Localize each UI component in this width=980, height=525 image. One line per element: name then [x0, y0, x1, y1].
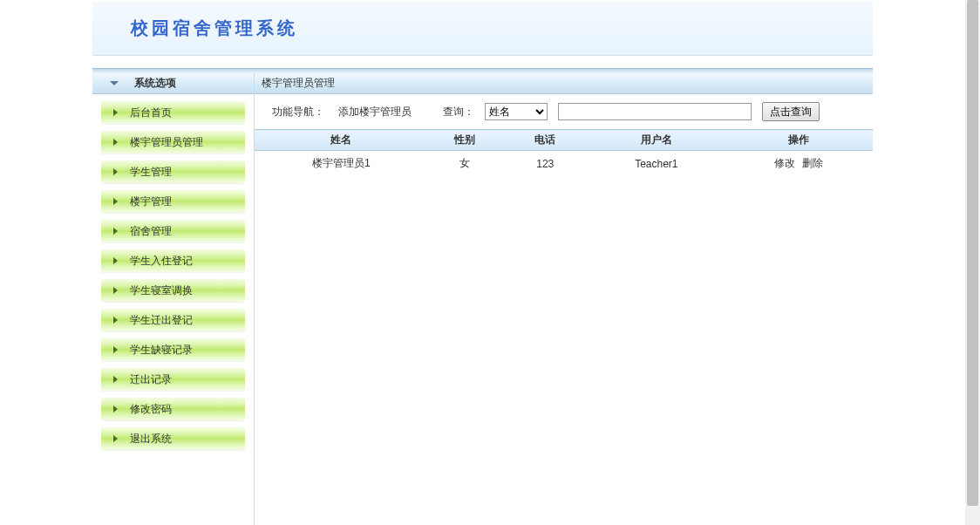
- sidebar-item-label: 学生迁出登记: [130, 313, 193, 328]
- sidebar-header[interactable]: 系统选项: [92, 73, 254, 94]
- chevron-right-icon: [113, 435, 118, 442]
- delete-link[interactable]: 删除: [802, 157, 823, 169]
- chevron-right-icon: [113, 168, 118, 175]
- sidebar-item-password[interactable]: 修改密码: [101, 398, 245, 420]
- sidebar-item-swap[interactable]: 学生寝室调换: [101, 279, 245, 302]
- sidebar-item-label: 学生管理: [130, 165, 172, 180]
- scrollbar-thumb[interactable]: [967, 0, 978, 506]
- sidebar-item-checkin[interactable]: 学生入住登记: [101, 249, 245, 272]
- sidebar-item-home[interactable]: 后台首页: [101, 101, 245, 124]
- sidebar-item-label: 退出系统: [130, 432, 172, 447]
- chevron-right-icon: [113, 317, 118, 324]
- edit-link[interactable]: 修改: [774, 157, 795, 169]
- app-header: 校园宿舍管理系统: [92, 2, 873, 56]
- chevron-right-icon: [113, 406, 118, 412]
- chevron-right-icon: [113, 376, 118, 383]
- cell-action: 修改 删除: [725, 151, 873, 177]
- sidebar-item-label: 楼宇管理员管理: [130, 135, 203, 150]
- sidebar-item-dorm[interactable]: 宿舍管理: [101, 220, 245, 242]
- sidebar-item-building[interactable]: 楼宇管理: [101, 190, 245, 213]
- sidebar-item-label: 后台首页: [130, 106, 172, 120]
- sidebar-item-label: 楼宇管理: [130, 194, 172, 209]
- cell-gender: 女: [428, 151, 502, 177]
- scrollbar[interactable]: [965, 0, 980, 525]
- col-header-action: 操作: [725, 130, 873, 151]
- sidebar-item-absence[interactable]: 学生缺寝记录: [101, 338, 245, 361]
- table-header-row: 姓名 性别 电话 用户名 操作: [255, 130, 873, 151]
- admin-table: 姓名 性别 电话 用户名 操作 楼宇管理员1 女 123 Teacher1: [255, 129, 873, 177]
- search-input[interactable]: [558, 103, 752, 120]
- sidebar-item-label: 学生入住登记: [130, 254, 193, 269]
- sidebar-item-label: 宿舍管理: [130, 224, 172, 239]
- chevron-right-icon: [113, 228, 118, 235]
- col-header-gender: 性别: [428, 130, 502, 151]
- cell-name: 楼宇管理员1: [255, 151, 428, 177]
- cell-phone: 123: [502, 151, 589, 177]
- cell-username: Teacher1: [589, 151, 725, 177]
- chevron-right-icon: [113, 139, 118, 146]
- col-header-username: 用户名: [589, 130, 725, 151]
- sidebar-item-logout[interactable]: 退出系统: [101, 427, 245, 450]
- function-nav-label: 功能导航：: [272, 105, 324, 119]
- chevron-right-icon: [113, 257, 118, 264]
- sidebar-item-building-admin[interactable]: 楼宇管理员管理: [101, 131, 245, 153]
- add-admin-link[interactable]: 添加楼宇管理员: [338, 105, 412, 119]
- panel-title: 楼宇管理员管理: [255, 73, 873, 94]
- sidebar-menu: 后台首页 楼宇管理员管理 学生管理 楼宇管理: [92, 94, 254, 464]
- sidebar-item-label: 学生缺寝记录: [130, 343, 193, 358]
- sidebar-item-label: 迁出记录: [130, 372, 172, 387]
- search-label: 查询：: [443, 105, 474, 119]
- chevron-right-icon: [113, 346, 118, 353]
- sidebar-item-checkout-log[interactable]: 迁出记录: [101, 368, 245, 391]
- app-title: 校园宿舍管理系统: [131, 17, 298, 40]
- search-field-select[interactable]: 姓名: [485, 103, 548, 120]
- search-button[interactable]: 点击查询: [762, 102, 820, 121]
- chevron-right-icon: [113, 198, 118, 205]
- sidebar-item-label: 学生寝室调换: [130, 283, 193, 298]
- function-bar: 功能导航： 添加楼宇管理员 查询： 姓名 点击查询: [265, 94, 873, 129]
- chevron-right-icon: [113, 109, 118, 116]
- table-row: 楼宇管理员1 女 123 Teacher1 修改 删除: [255, 151, 873, 177]
- sidebar: 系统选项 后台首页 楼宇管理员管理 学生管理: [92, 73, 255, 525]
- chevron-down-icon: [110, 81, 119, 85]
- chevron-right-icon: [113, 287, 118, 294]
- main-panel: 楼宇管理员管理 功能导航： 添加楼宇管理员 查询： 姓名 点击查询: [255, 73, 873, 525]
- col-header-phone: 电话: [502, 130, 589, 151]
- sidebar-item-checkout[interactable]: 学生迁出登记: [101, 309, 245, 331]
- sidebar-item-student[interactable]: 学生管理: [101, 160, 245, 183]
- col-header-name: 姓名: [255, 130, 428, 151]
- sidebar-header-label: 系统选项: [134, 76, 176, 91]
- sidebar-item-label: 修改密码: [130, 402, 172, 417]
